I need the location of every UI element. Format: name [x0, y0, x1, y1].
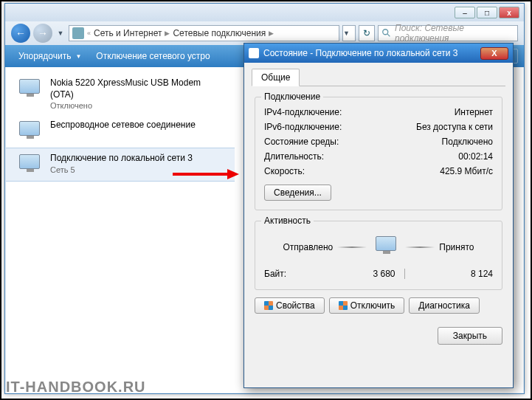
- dialog-body: Общие Подключение IPv4-подключение:Интер…: [244, 63, 513, 320]
- search-placeholder: Поиск: Сетевые подключения: [395, 23, 514, 44]
- properties-label: Свойства: [276, 300, 315, 311]
- maximize-button[interactable]: □: [477, 7, 497, 18]
- activity-line-icon: [405, 246, 435, 248]
- shield-icon: [264, 301, 273, 310]
- shield-icon: [339, 301, 348, 310]
- disable-button[interactable]: Отключить: [329, 297, 405, 314]
- search-icon: [381, 28, 392, 38]
- media-label: Состояние среды:: [264, 137, 339, 147]
- connection-name: Подключение по локальной сети 3: [50, 153, 193, 165]
- nav-history-dropdown[interactable]: ▼: [55, 30, 66, 37]
- separator: [404, 269, 405, 279]
- duration-label: Длительность:: [264, 151, 324, 162]
- bytes-received-value: 8 124: [414, 269, 494, 279]
- disable-label: Отключить: [350, 300, 395, 311]
- dialog-close-button[interactable]: X: [480, 47, 508, 60]
- close-button[interactable]: x: [499, 7, 519, 18]
- bytes-label: Байт:: [264, 269, 316, 279]
- svg-point-0: [383, 30, 388, 35]
- received-label: Принято: [439, 242, 474, 252]
- dialog-title: Состояние - Подключение по локальной сет…: [263, 48, 458, 58]
- watermark: IT-HANDBOOK.RU: [6, 379, 146, 396]
- activity-group: Активность Отправлено Принято Байт: 3 68…: [255, 221, 502, 290]
- speed-label: Скорость:: [264, 166, 305, 176]
- duration-value: 00:02:14: [458, 151, 493, 162]
- chevron-right-icon: ▶: [269, 30, 274, 37]
- chevron-down-icon: ▼: [75, 53, 81, 60]
- network-status-icon: [249, 48, 259, 58]
- list-item[interactable]: Nokia 5220 XpressMusic USB Modem (OTA) О…: [6, 73, 235, 115]
- ipv4-label: IPv4-подключение:: [264, 107, 342, 117]
- details-button[interactable]: Сведения...: [264, 185, 331, 201]
- bytes-sent-value: 3 680: [316, 269, 395, 279]
- connection-name: Nokia 5220 XpressMusic USB Modem (OTA): [50, 77, 224, 100]
- forward-button[interactable]: →: [33, 24, 52, 43]
- tab-row: Общие: [252, 69, 505, 86]
- svg-line-1: [387, 34, 390, 37]
- computer-icon: [371, 235, 401, 260]
- connection-status: Отключено: [50, 100, 224, 111]
- properties-button[interactable]: Свойства: [255, 297, 325, 314]
- annotation-arrow: [173, 168, 239, 181]
- connection-network: Сеть 5: [50, 165, 193, 175]
- organize-button[interactable]: Упорядочить ▼: [11, 48, 89, 64]
- speed-value: 425.9 Мбит/с: [440, 166, 493, 176]
- breadcrumb-network[interactable]: Сеть и Интернет: [91, 28, 165, 38]
- connection-name: Беспроводное сетевое соединение: [50, 120, 196, 131]
- search-box[interactable]: Поиск: Сетевые подключения: [378, 25, 518, 41]
- address-dropdown[interactable]: ▼: [342, 25, 356, 41]
- chevron-right-icon: ▶: [165, 30, 170, 37]
- nav-row: ← → ▼ « Сеть и Интернет ▶ Сетевые подклю…: [5, 21, 524, 45]
- address-bar[interactable]: « Сеть и Интернет ▶ Сетевые подключения …: [69, 25, 339, 41]
- diagnostics-button[interactable]: Диагностика: [409, 297, 480, 314]
- group-header: Активность: [261, 215, 314, 226]
- ipv4-value: Интернет: [455, 107, 493, 117]
- svg-marker-3: [227, 169, 239, 179]
- minimize-button[interactable]: –: [455, 7, 475, 18]
- wifi-icon: [16, 120, 43, 143]
- close-button[interactable]: Закрыть: [438, 327, 502, 345]
- tab-general[interactable]: Общие: [252, 69, 300, 86]
- dialog-titlebar: Состояние - Подключение по локальной сет…: [244, 44, 513, 63]
- sent-label: Отправлено: [283, 242, 334, 252]
- back-button[interactable]: ←: [11, 24, 30, 43]
- connection-group: Подключение IPv4-подключение:Интернет IP…: [255, 97, 502, 210]
- modem-icon: [16, 77, 43, 101]
- window-titlebar: – □ x: [5, 4, 524, 21]
- list-item[interactable]: Беспроводное сетевое соединение: [6, 115, 235, 148]
- media-value: Подключено: [442, 137, 493, 147]
- ipv6-value: Без доступа к сети: [416, 122, 493, 132]
- ethernet-icon: [16, 153, 43, 176]
- disable-label: Отключение сетевого устро: [96, 51, 210, 61]
- breadcrumb-connections[interactable]: Сетевые подключения: [170, 28, 269, 38]
- status-dialog: Состояние - Подключение по локальной сет…: [243, 43, 514, 388]
- group-header: Подключение: [261, 92, 323, 102]
- ipv6-label: IPv6-подключение:: [264, 122, 342, 132]
- refresh-button[interactable]: ↻: [359, 25, 375, 41]
- disable-device-button[interactable]: Отключение сетевого устро: [89, 48, 217, 64]
- network-icon: [72, 27, 84, 39]
- organize-label: Упорядочить: [18, 51, 71, 61]
- activity-line-icon: [337, 246, 367, 248]
